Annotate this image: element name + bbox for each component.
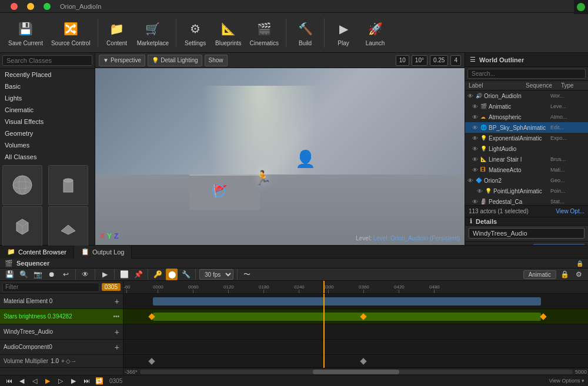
tab-content-browser[interactable]: 📁 Content Browser (0, 246, 74, 259)
svg-point-4 (64, 179, 73, 182)
save-button[interactable]: 💾 Save Current (5, 16, 46, 50)
track-add-audio[interactable]: + (115, 343, 119, 352)
loop-btn[interactable]: 🔁 (94, 375, 105, 386)
outliner-item-7[interactable]: 👁 🎞 MatineeActo Mati... (465, 165, 588, 175)
play-button[interactable]: ▶ Play (328, 16, 359, 50)
settings-button[interactable]: ⚙ Settings (180, 16, 211, 50)
timeline-track-windytrees[interactable] (123, 324, 588, 340)
source-control-button[interactable]: 🔀 Source Control (48, 16, 94, 50)
lighting-dropdown[interactable]: 💡 Detail Lighting (148, 55, 202, 66)
outliner-item-5[interactable]: 👁 💡 LightAudio (465, 143, 588, 154)
sequencer-close[interactable]: 🔒 (576, 260, 583, 267)
sidebar-item-cinematic[interactable]: Cinematic (0, 104, 95, 116)
track-row-windytrees[interactable]: WindyTrees_Audio + (0, 324, 123, 340)
playhead-ruler (323, 281, 325, 294)
launch-icon: 🚀 (366, 19, 385, 38)
seq-camera-btn[interactable]: 📷 (32, 268, 44, 280)
scrollbar-track[interactable] (140, 370, 573, 374)
track-add-windytrees[interactable]: + (115, 327, 119, 337)
next-frame-btn[interactable]: ▶ (68, 375, 79, 386)
details-name-input[interactable] (469, 228, 584, 239)
sidebar-item-basic[interactable]: Basic (0, 80, 95, 92)
seq-key-btn[interactable]: 🔑 (152, 268, 163, 280)
seq-settings-btn[interactable]: ⚙ (573, 268, 584, 280)
track-row-material[interactable]: Material Element 0 + (0, 294, 123, 309)
next-step-btn[interactable]: ▷ (55, 375, 66, 386)
perspective-dropdown[interactable]: ▼ Perspective (99, 55, 145, 66)
world-outliner: ☰ World Outliner Label Sequence Type 👁 🔊… (465, 53, 588, 217)
launch-button[interactable]: 🚀 Launch (360, 16, 390, 50)
audio-sphere (210, 182, 228, 201)
view-options[interactable]: View Opt... (556, 208, 584, 214)
close-btn[interactable] (11, 3, 18, 10)
show-button[interactable]: Show (205, 55, 228, 66)
outliner-item-0[interactable]: 👁 🔊 Orion_AudioIn Wor... (465, 90, 588, 101)
seq-curve-btn[interactable]: 〜 (241, 268, 253, 280)
prev-frame-btn[interactable]: ◀ (16, 375, 27, 386)
details-name-row (465, 226, 588, 241)
timeline-track-stars[interactable] (123, 309, 588, 324)
content-button[interactable]: 📁 Content (102, 16, 132, 50)
seq-pin-btn[interactable]: 📌 (132, 268, 144, 280)
outliner-item-6[interactable]: 👁 📐 Linear Stair l Brus... (465, 154, 588, 165)
scrollbar-thumb[interactable] (313, 370, 399, 374)
outliner-item-9[interactable]: 👁 💡 PointLightAnimatic Poin... (465, 186, 588, 196)
marketplace-button[interactable]: 🛒 Marketplace (133, 16, 172, 50)
build-button[interactable]: 🔨 Build (290, 16, 320, 50)
prev-step-btn[interactable]: ◁ (29, 375, 40, 386)
track-add-material[interactable]: + (115, 297, 119, 306)
search-classes-input[interactable] (2, 55, 92, 66)
timeline-track-audio-comp[interactable] (123, 340, 588, 355)
cinematics-button[interactable]: 🎬 Cinematics (246, 16, 282, 50)
volume-add[interactable]: + (61, 358, 65, 364)
viewport-canvas[interactable]: 👤 🏃 🚩 X Y Z Level: Level: Orion_Au (95, 68, 465, 245)
outliner-item-1[interactable]: 👁 🎬 Animatic Leve... (465, 101, 588, 112)
seq-undo-btn[interactable]: ↩ (60, 268, 72, 280)
sidebar-item-lights[interactable]: Lights (0, 92, 95, 104)
track-row-audio[interactable]: AudioComponent0 + (0, 340, 123, 355)
expand-icon: ▼ (103, 57, 109, 63)
outliner-item-8[interactable]: 👁 🔷 Orion2 Geo... (465, 175, 588, 186)
outliner-item-2[interactable]: 👁 ☁ Atmospheric Atmo... (465, 112, 588, 122)
sidebar-item-all-classes[interactable]: All Classes (0, 151, 95, 163)
outliner-item-10[interactable]: 👁 🗿 Pedestal_Ca Stat... (465, 196, 588, 205)
fps-select[interactable]: 30 fps (199, 269, 233, 280)
timeline-scrollbar[interactable]: -366* 5000 (123, 368, 588, 375)
character-2[interactable]: 🏃 (254, 170, 272, 186)
seq-play-btn[interactable]: ▶ (99, 268, 111, 280)
seq-save-btn[interactable]: 💾 (4, 268, 15, 280)
go-end-btn[interactable]: ⏭ (81, 375, 92, 386)
sidebar-item-recently-placed[interactable]: Recently Placed (0, 69, 95, 80)
seq-record-btn[interactable]: ⏺ (46, 268, 58, 280)
seq-auto-btn[interactable]: ⬤ (166, 268, 178, 280)
view-options-btn[interactable]: View Options ▾ (549, 378, 584, 384)
outliner-item-4[interactable]: 👁 💡 ExponentialAnimatic Expo... (465, 133, 588, 143)
outliner-list: 👁 🔊 Orion_AudioIn Wor... 👁 🎬 Animatic Le… (465, 90, 588, 205)
sidebar-item-visual-effects[interactable]: Visual Effects (0, 116, 95, 127)
maximize-btn[interactable] (44, 3, 51, 10)
blueprints-icon: 📐 (219, 19, 238, 38)
seq-eye-btn[interactable]: 👁 (79, 268, 91, 280)
seq-lock-btn[interactable]: 🔒 (559, 268, 570, 280)
timeline-volume-row[interactable] (123, 355, 588, 368)
blueprints-button[interactable]: 📐 Blueprints (212, 16, 245, 50)
seq-more-btn[interactable]: 🔧 (180, 268, 192, 280)
sidebar-item-geometry[interactable]: Geometry (0, 127, 95, 139)
sidebar-item-volumes[interactable]: Volumes (0, 139, 95, 151)
transport-play-btn[interactable]: ▶ (42, 375, 53, 386)
mesh-item-cylinder[interactable] (48, 165, 88, 205)
seq-filter-btn[interactable]: ⬜ (118, 268, 130, 280)
go-start-btn[interactable]: ⏮ (4, 375, 14, 386)
mesh-item-plane[interactable] (48, 206, 88, 246)
mesh-item-cube[interactable] (2, 206, 42, 246)
minimize-btn[interactable] (27, 3, 34, 10)
track-row-stars[interactable]: Stars brightness 0.394282 ••• (0, 309, 123, 324)
mesh-item-sphere[interactable] (2, 165, 42, 205)
seq-search-btn[interactable]: 🔍 (18, 268, 29, 280)
blueprint-add-button[interactable]: ⚡ Blueprint/Add (533, 244, 584, 245)
timeline-track-material[interactable] (123, 294, 588, 309)
outliner-search-input[interactable] (467, 69, 586, 79)
tab-output-log[interactable]: 📋 Output Log (74, 246, 132, 259)
outliner-item-3[interactable]: 👁 🌐 BP_Sky_SphAnimatic Edit... (465, 122, 588, 133)
track-search-input[interactable] (2, 283, 99, 292)
